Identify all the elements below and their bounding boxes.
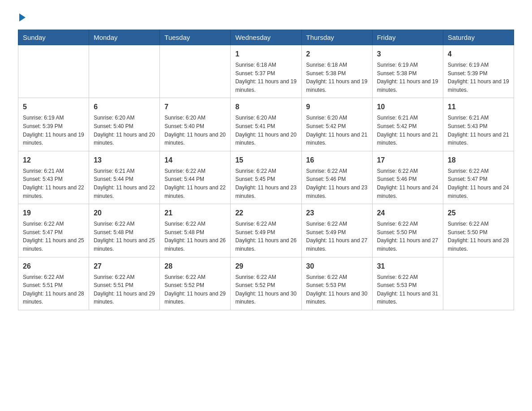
sunrise-line: Sunrise: 6:20 AM	[94, 115, 134, 121]
day-number: 28	[164, 261, 226, 272]
day-info: Sunrise: 6:22 AMSunset: 5:45 PMDaylight:…	[235, 167, 296, 200]
daylight-line: Daylight: 11 hours and 22 minutes.	[23, 184, 84, 199]
day-number: 23	[306, 208, 368, 218]
day-number: 17	[377, 155, 438, 166]
sunset-line: Sunset: 5:46 PM	[306, 176, 346, 182]
sunset-line: Sunset: 5:42 PM	[377, 123, 417, 129]
day-number: 26	[23, 261, 84, 272]
day-info: Sunrise: 6:21 AMSunset: 5:43 PMDaylight:…	[448, 114, 509, 147]
sunset-line: Sunset: 5:44 PM	[94, 176, 133, 182]
calendar-cell: 7Sunrise: 6:20 AMSunset: 5:40 PMDaylight…	[160, 98, 231, 151]
daylight-line: Daylight: 11 hours and 19 minutes.	[306, 78, 368, 93]
sunset-line: Sunset: 5:43 PM	[23, 176, 63, 182]
calendar-cell: 30Sunrise: 6:22 AMSunset: 5:53 PMDayligh…	[301, 257, 372, 310]
day-info: Sunrise: 6:20 AMSunset: 5:42 PMDaylight:…	[306, 114, 368, 147]
day-info: Sunrise: 6:22 AMSunset: 5:52 PMDaylight:…	[235, 273, 296, 306]
daylight-line: Daylight: 11 hours and 29 minutes.	[94, 291, 155, 305]
day-number: 11	[448, 102, 509, 112]
calendar-cell: 4Sunrise: 6:19 AMSunset: 5:39 PMDaylight…	[443, 45, 514, 98]
sunset-line: Sunset: 5:40 PM	[164, 123, 204, 129]
day-number: 24	[377, 208, 438, 218]
sunset-line: Sunset: 5:50 PM	[377, 229, 417, 235]
sunrise-line: Sunrise: 6:22 AM	[377, 168, 418, 174]
day-number: 25	[448, 208, 509, 218]
sunset-line: Sunset: 5:48 PM	[164, 229, 204, 235]
day-info: Sunrise: 6:22 AMSunset: 5:48 PMDaylight:…	[164, 220, 226, 253]
day-number: 10	[377, 102, 438, 112]
sunrise-line: Sunrise: 6:18 AM	[235, 62, 276, 68]
day-number: 1	[235, 49, 296, 60]
sunrise-line: Sunrise: 6:22 AM	[377, 274, 418, 280]
week-row-2: 12Sunrise: 6:21 AMSunset: 5:43 PMDayligh…	[18, 151, 514, 204]
daylight-line: Daylight: 11 hours and 19 minutes.	[448, 78, 509, 93]
calendar-cell: 14Sunrise: 6:22 AMSunset: 5:44 PMDayligh…	[160, 151, 231, 204]
daylight-line: Daylight: 11 hours and 20 minutes.	[94, 132, 155, 146]
day-number: 14	[164, 155, 226, 166]
daylight-line: Daylight: 11 hours and 25 minutes.	[94, 237, 155, 252]
sunrise-line: Sunrise: 6:22 AM	[306, 168, 347, 174]
daylight-line: Daylight: 11 hours and 27 minutes.	[377, 237, 438, 252]
day-info: Sunrise: 6:21 AMSunset: 5:44 PMDaylight:…	[94, 167, 155, 200]
sunset-line: Sunset: 5:45 PM	[235, 176, 275, 182]
daylight-line: Daylight: 11 hours and 25 minutes.	[23, 237, 84, 252]
header-day-tuesday: Tuesday	[160, 30, 231, 45]
sunrise-line: Sunrise: 6:19 AM	[448, 62, 489, 68]
calendar-cell: 15Sunrise: 6:22 AMSunset: 5:45 PMDayligh…	[231, 151, 301, 204]
daylight-line: Daylight: 11 hours and 27 minutes.	[306, 237, 368, 252]
sunset-line: Sunset: 5:49 PM	[306, 229, 346, 235]
sunrise-line: Sunrise: 6:20 AM	[306, 115, 347, 121]
daylight-line: Daylight: 11 hours and 21 minutes.	[306, 132, 368, 146]
calendar-cell: 23Sunrise: 6:22 AMSunset: 5:49 PMDayligh…	[301, 204, 372, 257]
sunset-line: Sunset: 5:39 PM	[23, 123, 63, 129]
daylight-line: Daylight: 11 hours and 22 minutes.	[94, 184, 155, 199]
day-number: 20	[94, 208, 155, 218]
day-info: Sunrise: 6:22 AMSunset: 5:50 PMDaylight:…	[377, 220, 438, 253]
day-number: 5	[23, 102, 84, 112]
calendar-cell: 19Sunrise: 6:22 AMSunset: 5:47 PMDayligh…	[18, 204, 89, 257]
header-day-thursday: Thursday	[301, 30, 372, 45]
logo-triangle	[19, 13, 26, 21]
day-number: 21	[164, 208, 226, 218]
day-number: 31	[377, 261, 438, 272]
day-info: Sunrise: 6:22 AMSunset: 5:46 PMDaylight:…	[306, 167, 368, 200]
sunrise-line: Sunrise: 6:22 AM	[306, 221, 347, 227]
day-info: Sunrise: 6:22 AMSunset: 5:46 PMDaylight:…	[377, 167, 438, 200]
calendar-cell	[443, 257, 514, 310]
calendar-table: SundayMondayTuesdayWednesdayThursdayFrid…	[18, 30, 514, 310]
sunrise-line: Sunrise: 6:22 AM	[448, 221, 489, 227]
calendar-cell: 6Sunrise: 6:20 AMSunset: 5:40 PMDaylight…	[89, 98, 160, 151]
day-number: 29	[235, 261, 296, 272]
calendar-cell: 21Sunrise: 6:22 AMSunset: 5:48 PMDayligh…	[160, 204, 231, 257]
daylight-line: Daylight: 11 hours and 21 minutes.	[448, 132, 509, 146]
sunset-line: Sunset: 5:38 PM	[377, 70, 417, 77]
daylight-line: Daylight: 11 hours and 23 minutes.	[306, 184, 368, 199]
day-info: Sunrise: 6:19 AMSunset: 5:39 PMDaylight:…	[23, 114, 84, 147]
header-day-sunday: Sunday	[18, 30, 89, 45]
day-info: Sunrise: 6:19 AMSunset: 5:39 PMDaylight:…	[448, 61, 509, 94]
sunset-line: Sunset: 5:37 PM	[235, 70, 275, 77]
day-number: 27	[94, 261, 155, 272]
day-info: Sunrise: 6:20 AMSunset: 5:40 PMDaylight:…	[94, 114, 155, 147]
sunset-line: Sunset: 5:50 PM	[448, 229, 488, 235]
calendar-cell: 28Sunrise: 6:22 AMSunset: 5:52 PMDayligh…	[160, 257, 231, 310]
daylight-line: Daylight: 11 hours and 28 minutes.	[448, 237, 509, 252]
sunrise-line: Sunrise: 6:22 AM	[94, 274, 134, 280]
calendar-cell: 22Sunrise: 6:22 AMSunset: 5:49 PMDayligh…	[231, 204, 301, 257]
calendar-cell: 17Sunrise: 6:22 AMSunset: 5:46 PMDayligh…	[372, 151, 443, 204]
sunset-line: Sunset: 5:40 PM	[94, 123, 133, 129]
daylight-line: Daylight: 11 hours and 19 minutes.	[377, 78, 438, 93]
sunset-line: Sunset: 5:52 PM	[235, 282, 275, 288]
calendar-cell: 2Sunrise: 6:18 AMSunset: 5:38 PMDaylight…	[301, 45, 372, 98]
daylight-line: Daylight: 11 hours and 19 minutes.	[235, 78, 296, 93]
daylight-line: Daylight: 11 hours and 24 minutes.	[377, 184, 438, 199]
day-info: Sunrise: 6:21 AMSunset: 5:42 PMDaylight:…	[377, 114, 438, 147]
sunrise-line: Sunrise: 6:21 AM	[23, 168, 64, 174]
daylight-line: Daylight: 11 hours and 22 minutes.	[164, 184, 226, 199]
daylight-line: Daylight: 11 hours and 24 minutes.	[448, 184, 509, 199]
calendar-cell: 5Sunrise: 6:19 AMSunset: 5:39 PMDaylight…	[18, 98, 89, 151]
calendar-cell: 16Sunrise: 6:22 AMSunset: 5:46 PMDayligh…	[301, 151, 372, 204]
sunrise-line: Sunrise: 6:22 AM	[235, 221, 276, 227]
week-row-3: 19Sunrise: 6:22 AMSunset: 5:47 PMDayligh…	[18, 204, 514, 257]
sunset-line: Sunset: 5:52 PM	[164, 282, 204, 288]
day-info: Sunrise: 6:22 AMSunset: 5:49 PMDaylight:…	[306, 220, 368, 253]
